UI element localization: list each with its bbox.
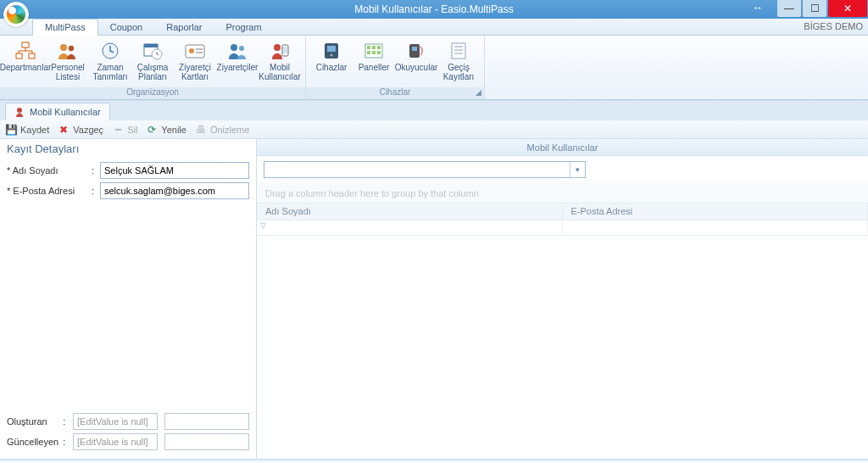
svg-rect-19 — [327, 46, 336, 52]
svg-rect-9 — [186, 45, 204, 58]
rib-zaman-tanimlari[interactable]: Zaman Tanımları — [90, 39, 131, 83]
grid-body — [257, 236, 868, 459]
save-label: Kaydet — [20, 125, 49, 135]
grid-pane: Mobil Kullanıcılar ▾ Drag a column heade… — [257, 139, 868, 459]
label-updatedby: Güncelleyen — [7, 437, 59, 447]
filter-cell-name[interactable] — [257, 220, 563, 235]
menu-multipass[interactable]: MultiPass — [32, 19, 98, 36]
rib-personel-listesi[interactable]: Personel Listesi — [47, 39, 88, 83]
ribbon-group-cihazlar: Cihazlar Paneller Okuyucular Geçiş Kayıt… — [306, 36, 485, 99]
row-name: * Adı Soyadı : — [0, 160, 256, 181]
refresh-button[interactable]: ⟳Yenile — [146, 124, 186, 136]
input-email[interactable] — [100, 182, 249, 199]
mobile-user-icon — [268, 41, 292, 61]
clock-icon — [98, 41, 122, 61]
svg-point-15 — [274, 44, 281, 51]
svg-rect-1 — [16, 53, 22, 59]
brand-label: BİGES DEMO — [804, 21, 863, 31]
dialog-launcher-icon[interactable]: ◢ — [476, 88, 481, 97]
col-email[interactable]: E-Posta Adresi — [563, 204, 869, 220]
ribbon-group-label: Cihazlar◢ — [306, 87, 484, 99]
maximize-button[interactable]: ☐ — [803, 0, 826, 17]
rib-cihazlar[interactable]: Cihazlar — [311, 39, 352, 74]
rib-label: Departmanlar — [0, 63, 51, 72]
rib-label: Paneller — [359, 63, 390, 72]
row-createdby: Oluşturan : — [7, 411, 249, 432]
rib-ziyaretciler[interactable]: Ziyaretçiler — [217, 39, 258, 74]
reader-icon — [404, 41, 428, 61]
menu-raporlar[interactable]: Raporlar — [154, 20, 214, 35]
label-createdby: Oluşturan — [7, 416, 59, 427]
input-updatedat — [164, 433, 249, 450]
rib-gecis-kayitlari[interactable]: Geçiş Kayıtları — [438, 39, 479, 83]
save-icon: 💾 — [5, 124, 17, 136]
record-details-pane: Kayıt Detayları * Adı Soyadı : * E-Posta… — [0, 139, 257, 459]
cancel-button[interactable]: ✖Vazgeç — [58, 124, 103, 136]
grid-title: Mobil Kullanıcılar — [257, 139, 868, 156]
svg-point-13 — [231, 44, 237, 51]
rib-mobil-kullanicilar[interactable]: Mobil Kullanıcılar — [259, 39, 300, 83]
filter-combo[interactable]: ▾ — [264, 161, 586, 178]
svg-rect-30 — [452, 43, 465, 59]
svg-rect-24 — [377, 46, 381, 49]
doc-tab-label: Mobil Kullanıcılar — [30, 107, 101, 117]
rib-label: Personel Listesi — [51, 63, 84, 81]
id-card-icon — [183, 41, 207, 61]
record-toolbar: 💾Kaydet ✖Vazgeç ━Sil ⟳Yenile 🖶Önizleme — [0, 120, 868, 139]
minimize-button[interactable]: — — [777, 0, 801, 17]
svg-point-34 — [17, 108, 22, 113]
svg-rect-29 — [412, 47, 417, 51]
col-name[interactable]: Adı Soyadı — [257, 204, 563, 220]
chevron-down-icon: ▾ — [570, 162, 585, 177]
input-name[interactable] — [100, 162, 249, 179]
delete-label: Sil — [127, 125, 137, 135]
rib-label: Zaman Tanımları — [92, 63, 127, 81]
menu-coupon[interactable]: Coupon — [98, 20, 155, 35]
rib-calisma-planlari[interactable]: Çalışma Planları — [132, 39, 173, 83]
user-tab-icon — [14, 106, 26, 118]
main-content: Kayıt Detayları * Adı Soyadı : * E-Posta… — [0, 139, 868, 460]
save-button[interactable]: 💾Kaydet — [5, 124, 49, 136]
cancel-icon: ✖ — [58, 124, 70, 136]
cancel-label: Vazgeç — [73, 125, 103, 135]
svg-point-3 — [60, 44, 67, 51]
people-icon — [56, 41, 80, 61]
window-restore-arrows-icon[interactable]: ↔ — [753, 2, 766, 14]
group-by-hint[interactable]: Drag a column header here to group by th… — [257, 183, 868, 204]
refresh-label: Yenile — [161, 125, 186, 135]
rib-paneller[interactable]: Paneller — [353, 39, 394, 74]
device-icon — [320, 41, 343, 61]
visitors-icon — [225, 41, 249, 61]
ribbon-group-label: Organizasyon — [0, 87, 305, 99]
window-titlebar: Mobil Kullanıcılar - Easio.MultiPass ↔ —… — [0, 0, 868, 19]
rib-departmanlar[interactable]: Departmanlar — [5, 39, 46, 74]
svg-point-20 — [331, 54, 333, 57]
rib-label: Mobil Kullanıcılar — [259, 63, 300, 81]
filter-row: ▾ — [257, 156, 868, 183]
grid-filter-row — [257, 220, 868, 236]
org-chart-icon — [14, 41, 37, 61]
window-controls: — ☐ ✕ — [776, 0, 868, 19]
preview-icon: 🖶 — [195, 124, 207, 136]
delete-button[interactable]: ━Sil — [112, 124, 137, 136]
rib-okuyucular[interactable]: Okuyucular — [396, 39, 437, 74]
svg-rect-7 — [144, 44, 158, 47]
close-button[interactable]: ✕ — [828, 0, 867, 17]
ribbon: Departmanlar Personel Listesi Zaman Tanı… — [0, 36, 868, 100]
svg-rect-0 — [22, 42, 29, 47]
input-createdby — [73, 413, 158, 430]
document-tabs: Mobil Kullanıcılar — [0, 100, 868, 120]
rib-label: Cihazlar — [316, 63, 348, 72]
refresh-icon: ⟳ — [146, 124, 158, 136]
svg-rect-27 — [377, 51, 381, 54]
menu-program[interactable]: Program — [214, 20, 273, 35]
rib-label: Okuyucular — [395, 63, 438, 72]
input-createdat — [164, 413, 249, 430]
status-bar: 👤 Sistem Yöneticisi (supervisor) ▾ 🎨 Tem… — [0, 460, 868, 463]
filter-cell-email[interactable] — [563, 220, 869, 235]
panels-icon — [362, 41, 386, 61]
doc-tab-mobil-kullanicilar[interactable]: Mobil Kullanıcılar — [5, 103, 110, 120]
preview-button[interactable]: 🖶Önizleme — [195, 124, 249, 136]
rib-ziyaretci-kartlari[interactable]: Ziyaretçi Kartları — [175, 39, 215, 83]
rib-label: Çalışma Planları — [137, 63, 169, 81]
